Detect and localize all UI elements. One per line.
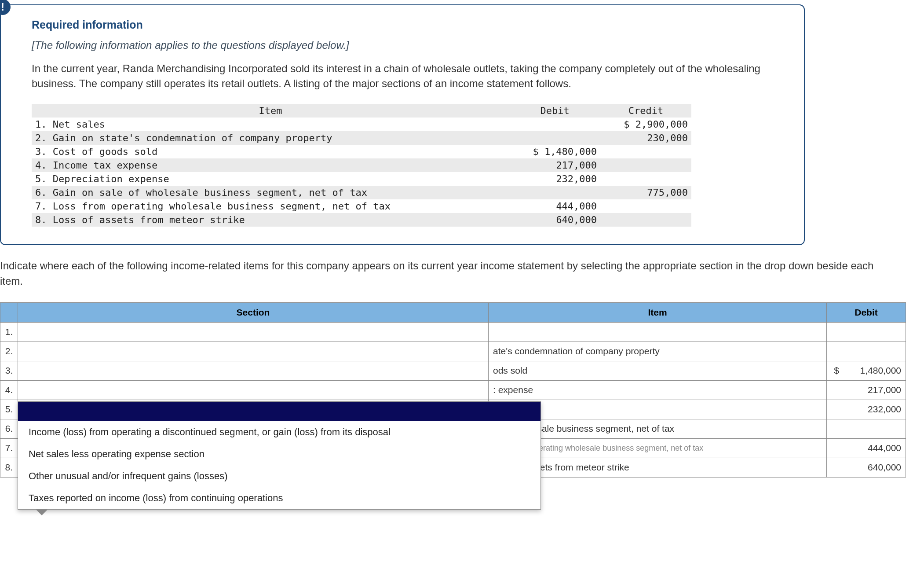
credit-cell — [600, 213, 691, 227]
item-cell: 1. Net sales — [32, 118, 509, 131]
required-info-box: ! Required information [The following in… — [0, 4, 805, 245]
dropdown-option-3[interactable]: Other unusual and/or infrequent gains (l… — [18, 465, 541, 477]
item-cell: 2. Gain on state's condemnation of compa… — [32, 131, 509, 145]
required-subtitle: [The following information applies to th… — [32, 39, 782, 51]
credit-cell — [600, 158, 691, 172]
answer-row: 2.ate's condemnation of company property — [0, 342, 906, 361]
dropdown-option-2[interactable]: Net sales less operating expense section — [18, 443, 541, 465]
section-dropdown-3[interactable] — [18, 361, 489, 380]
credit-cell: 230,000 — [600, 131, 691, 145]
section-dropdown-popup[interactable]: Income (loss) from operating a discontin… — [18, 401, 541, 477]
section-dropdown-4[interactable] — [18, 380, 489, 400]
table-row: 1. Net sales$ 2,900,000 — [32, 118, 691, 131]
section-dropdown-2[interactable] — [18, 342, 489, 361]
credit-cell: $ 2,900,000 — [600, 118, 691, 131]
income-items-table: Item Debit Credit 1. Net sales$ 2,900,00… — [32, 104, 691, 227]
credit-cell — [600, 145, 691, 158]
row-number: 8. — [0, 458, 18, 477]
table-row: 7. Loss from operating wholesale busines… — [32, 199, 691, 213]
row-number: 7. — [0, 438, 18, 458]
dropdown-option-blank[interactable] — [18, 402, 541, 421]
debit-cell: 232,000 — [509, 172, 600, 186]
debit-cell: 640,000 — [509, 213, 600, 227]
alert-icon: ! — [0, 0, 11, 15]
item-cell: 5. Depreciation expense — [32, 172, 509, 186]
table-row: 8. Loss of assets from meteor strike640,… — [32, 213, 691, 227]
item-cell: 6. Gain on sale of wholesale business se… — [32, 186, 509, 199]
debit-cell: 444,000 — [509, 199, 600, 213]
answer-item-cell: ate's condemnation of company property — [489, 342, 827, 361]
answer-debit-cell: 640,000 — [827, 458, 906, 477]
item-cell: 3. Cost of goods sold — [32, 145, 509, 158]
answer-debit-cell: $1,480,000 — [827, 361, 906, 380]
row-number: 2. — [0, 342, 18, 361]
row-number: 1. — [0, 322, 18, 342]
answer-debit-cell — [827, 419, 906, 438]
answer-item-cell: ods sold — [489, 361, 827, 380]
debit-cell — [509, 118, 600, 131]
debit-cell: $ 1,480,000 — [509, 145, 600, 158]
table-row: 6. Gain on sale of wholesale business se… — [32, 186, 691, 199]
row-number: 3. — [0, 361, 18, 380]
answer-debit-cell: 217,000 — [827, 380, 906, 400]
table-row: 3. Cost of goods sold$ 1,480,000 — [32, 145, 691, 158]
debit-cell — [509, 186, 600, 199]
row-number: 5. — [0, 400, 18, 419]
answer-row: 3.ods sold$1,480,000 — [0, 361, 906, 380]
answer-debit-cell: 444,000 — [827, 438, 906, 458]
instruction-text: Indicate where each of the following inc… — [0, 258, 880, 289]
row-number: 6. — [0, 419, 18, 438]
row-number: 4. — [0, 380, 18, 400]
table-row: 5. Depreciation expense232,000 — [32, 172, 691, 186]
credit-cell — [600, 172, 691, 186]
item-cell: 7. Loss from operating wholesale busines… — [32, 199, 509, 213]
table-row: 2. Gain on state's condemnation of compa… — [32, 131, 691, 145]
answer-row: 4.: expense217,000 — [0, 380, 906, 400]
answer-item-cell — [489, 322, 827, 342]
col-debit: Debit — [509, 104, 600, 118]
item-cell: 4. Income tax expense — [32, 158, 509, 172]
required-body: In the current year, Randa Merchandising… — [32, 61, 782, 91]
table-row: 4. Income tax expense217,000 — [32, 158, 691, 172]
credit-cell: 775,000 — [600, 186, 691, 199]
answer-debit-cell: 232,000 — [827, 400, 906, 419]
answer-item-cell: : expense — [489, 380, 827, 400]
required-title: Required information — [32, 18, 782, 31]
debit-cell — [509, 131, 600, 145]
section-dropdown-1[interactable] — [18, 322, 489, 342]
dropdown-option-1[interactable]: Income (loss) from operating a discontin… — [18, 421, 541, 443]
col-item: Item — [32, 104, 509, 118]
answer-debit-cell — [827, 342, 906, 361]
col-debit2: Debit — [827, 302, 906, 322]
col-rownum — [0, 302, 18, 322]
item-cell: 8. Loss of assets from meteor strike — [32, 213, 509, 227]
answer-debit-cell — [827, 322, 906, 342]
col-credit: Credit — [600, 104, 691, 118]
col-item2: Item — [489, 302, 827, 322]
answer-row: 1. — [0, 322, 906, 342]
debit-cell: 217,000 — [509, 158, 600, 172]
col-section: Section — [18, 302, 489, 322]
credit-cell — [600, 199, 691, 213]
